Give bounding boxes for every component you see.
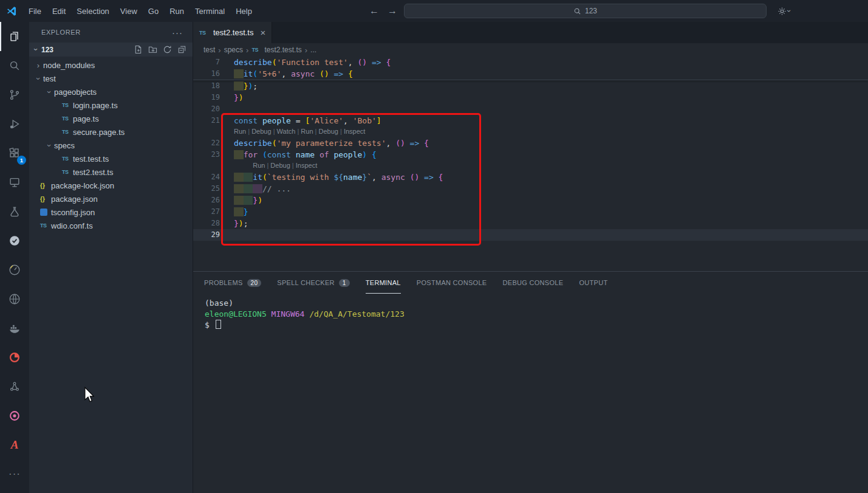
panel-tab-problems[interactable]: PROBLEMS20 [204, 272, 261, 294]
code-line-19[interactable]: 19}) [193, 92, 868, 103]
activity-letter-a-extension[interactable]: A [0, 430, 29, 460]
command-center-search[interactable]: 123 [404, 4, 767, 18]
code-line-18[interactable]: 18 }); [193, 80, 868, 92]
tree-item-login-page-ts[interactable]: TSlogin.page.ts [29, 98, 193, 112]
activity-testing[interactable] [0, 197, 29, 226]
menu-terminal[interactable]: Terminal [190, 7, 230, 16]
code-line-29[interactable]: 29 [193, 229, 868, 241]
codelens-run[interactable]: Run [301, 128, 313, 135]
tab-bar: TS test2.test.ts × [193, 22, 868, 43]
menu-view[interactable]: View [115, 7, 143, 16]
line-number: 7 [193, 57, 220, 68]
tree-item-specs[interactable]: ›specs [29, 139, 193, 152]
tree-item-package-json[interactable]: {}package.json [29, 192, 193, 205]
tab-test2-test-ts[interactable]: TS test2.test.ts × [193, 22, 272, 43]
tree-item-secure-page-ts[interactable]: TSsecure.page.ts [29, 125, 193, 139]
activity-extensions[interactable]: 1 [0, 139, 29, 168]
codelens-inspect[interactable]: Inspect [296, 162, 317, 169]
back-button[interactable]: ← [369, 5, 379, 16]
menu-file[interactable]: File [23, 7, 47, 16]
tree-item-page-ts[interactable]: TSpage.ts [29, 112, 193, 125]
code-line-23[interactable]: 23 for (const name of people) { [193, 149, 868, 160]
explorer-actions [134, 45, 193, 54]
panel-tab-label: DEBUG CONSOLE [503, 279, 564, 286]
close-icon[interactable]: × [260, 27, 265, 38]
refresh-explorer-button[interactable] [163, 45, 172, 54]
panel-tab-output[interactable]: OUTPUT [579, 272, 607, 294]
activity-coverage-tool[interactable] [0, 343, 29, 372]
activity-run-debug[interactable] [0, 109, 29, 139]
menu-run[interactable]: Run [164, 7, 190, 16]
terminal-line: (base) [205, 298, 868, 309]
activity-search[interactable] [0, 51, 29, 80]
tree-item-wdio-conf-ts[interactable]: TSwdio.conf.ts [29, 219, 193, 232]
sticky-scroll: 7describe('Function test', () => {16 it(… [193, 57, 868, 80]
extensions-badge: 1 [17, 156, 26, 165]
collapse-folders-button[interactable] [177, 45, 186, 54]
activity-browser-tool[interactable] [0, 284, 29, 314]
panel-tab-postman-console[interactable]: POSTMAN CONSOLE [417, 272, 487, 294]
tree-item-test2-test-ts[interactable]: TStest2.test.ts [29, 165, 193, 179]
code-line-26[interactable]: 26 }) [193, 195, 868, 206]
forward-button[interactable]: → [388, 5, 397, 16]
title-bar: FileEditSelectionViewGoRunTerminalHelp ←… [0, 0, 868, 22]
activity-check-tool[interactable] [0, 226, 29, 255]
explorer-more-button[interactable]: ··· [167, 27, 188, 38]
panel-tab-spell-checker[interactable]: SPELL CHECKER1 [277, 272, 349, 294]
terminal-content[interactable]: (base)eleon@LEGION5 MINGW64 /d/QA_A/Test… [193, 294, 868, 493]
activity-explorer[interactable] [0, 22, 29, 51]
code-line-21[interactable]: 21const people = ['Alice', 'Bob'] [193, 115, 868, 126]
codelens-debug[interactable]: Debug [270, 162, 290, 169]
tree-item-test-test-ts[interactable]: TStest.test.ts [29, 152, 193, 165]
activity-remote-explorer[interactable] [0, 168, 29, 197]
tree-item-test[interactable]: ›test [29, 72, 193, 85]
breadcrumb-item-test[interactable]: test [203, 46, 215, 54]
code-line-28[interactable]: 28}); [193, 218, 868, 229]
code-line-25[interactable]: 25 // ... [193, 183, 868, 195]
tree-item-package-lock-json[interactable]: {}package-lock.json [29, 179, 193, 192]
tree-item-pageobjects[interactable]: ›pageobjects [29, 85, 193, 98]
panel-tab-terminal[interactable]: TERMINAL [366, 272, 401, 294]
codelens-debug[interactable]: Debug [251, 128, 271, 135]
letter-a-icon: A [11, 438, 19, 452]
code-line-27[interactable]: 27 } [193, 206, 868, 218]
codelens-run[interactable]: Run [234, 128, 246, 135]
breadcrumb-item-test2-test-ts[interactable]: TStest2.test.ts [251, 46, 301, 54]
workspace-name: 123 [41, 46, 53, 54]
activity-docker[interactable] [0, 314, 29, 343]
explorer-section-header[interactable]: › 123 [29, 43, 193, 57]
codelens-debug[interactable]: Debug [319, 128, 338, 135]
activity-pink-extension[interactable] [0, 401, 29, 430]
panel-tab-label: OUTPUT [579, 279, 607, 286]
sticky-line-7[interactable]: 7describe('Function test', () => { [193, 57, 868, 68]
sticky-line-16[interactable]: 16 it('5+6', async () => { [193, 68, 868, 80]
activity-gauge-tool[interactable] [0, 255, 29, 284]
menu-edit[interactable]: Edit [47, 7, 71, 16]
code-line-20[interactable]: 20 [193, 103, 868, 115]
menu-go[interactable]: Go [143, 7, 164, 16]
codelens-inspect[interactable]: Inspect [344, 128, 365, 135]
new-file-button[interactable] [134, 45, 143, 54]
code-line-24[interactable]: 24 it(`testing with ${name}`, async () =… [193, 171, 868, 183]
docker-icon [8, 322, 21, 335]
menu-selection[interactable]: Selection [71, 7, 114, 16]
line-number: 25 [193, 183, 220, 195]
breadcrumb-item-item[interactable]: ... [310, 46, 316, 54]
menu-help[interactable]: Help [230, 7, 258, 16]
panel-tab-label: PROBLEMS [204, 279, 243, 286]
activity-source-control[interactable] [0, 80, 29, 109]
panel-tab-debug-console[interactable]: DEBUG CONSOLE [503, 272, 564, 294]
codelens-watch[interactable]: Watch [277, 128, 296, 135]
line-number: 19 [193, 92, 220, 103]
titlebar-actions[interactable]: › [777, 0, 790, 22]
line-number: 28 [193, 218, 220, 229]
tree-item-tsconfig-json[interactable]: tsconfig.json [29, 205, 193, 219]
activity-science-tool[interactable] [0, 372, 29, 401]
tree-item-node-modules[interactable]: ›node_modules [29, 58, 193, 72]
activity-more[interactable]: ··· [0, 460, 29, 489]
codelens-run[interactable]: Run [253, 162, 265, 169]
new-folder-button[interactable] [148, 45, 157, 54]
code-line-22[interactable]: 22describe('my parameterize tests', () =… [193, 137, 868, 149]
code-editor[interactable]: 7describe('Function test', () => {16 it(… [193, 57, 868, 271]
breadcrumb-item-specs[interactable]: specs [224, 46, 243, 54]
